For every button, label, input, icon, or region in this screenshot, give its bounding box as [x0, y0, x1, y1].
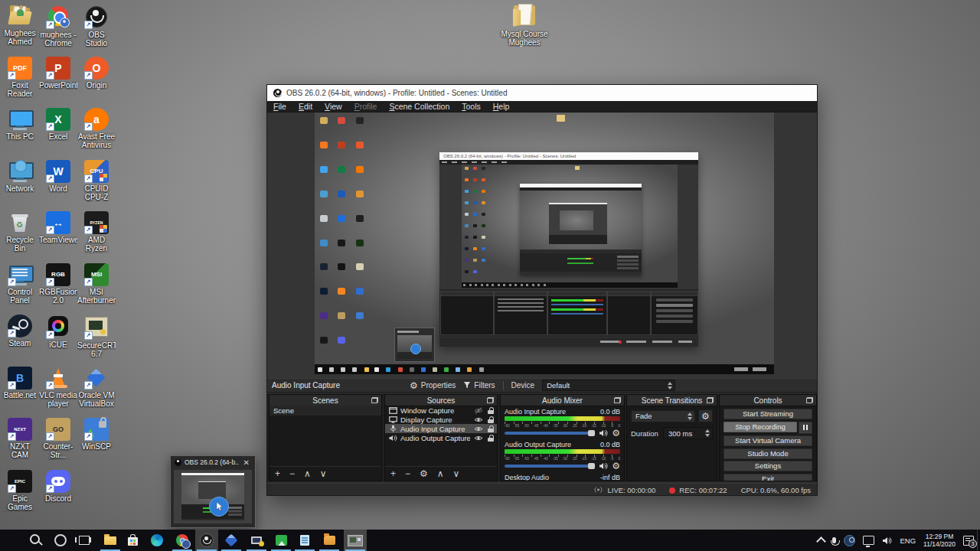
visibility-eye-icon[interactable]: [473, 416, 483, 423]
popup-thumbnail[interactable]: [174, 470, 252, 523]
speaker-icon[interactable]: [599, 426, 608, 440]
desktop-icon-battle-net[interactable]: B↗Battle.net: [1, 367, 39, 399]
transition-select[interactable]: Fade: [631, 410, 695, 422]
popout-icon[interactable]: [371, 397, 378, 403]
properties-button[interactable]: ⚙ Properties: [410, 381, 456, 390]
desktop-icon-mysql-course-folder[interactable]: Mysql Course Mughees: [497, 4, 552, 47]
remove-icon[interactable]: −: [405, 469, 410, 478]
clock[interactable]: 12:29 PM 11/14/2020: [923, 533, 956, 548]
device-select[interactable]: Default: [542, 380, 675, 391]
lock-icon[interactable]: [488, 416, 494, 423]
up-icon[interactable]: ∧: [437, 469, 444, 478]
desktop-icon-cpu-z[interactable]: CPU↗CPUID CPU-Z Aorus: [77, 160, 116, 202]
taskbar-icon-task-view[interactable]: [73, 530, 96, 551]
control-stop-recording-button[interactable]: Stop Recording: [724, 422, 797, 432]
desktop-icon-icue[interactable]: ↗iCUE: [39, 315, 77, 349]
show-hidden-icons-chevron[interactable]: [817, 536, 827, 546]
desktop-icon-virtualbox[interactable]: ↗Oracle VM VirtualBox: [77, 367, 116, 408]
show-desktop-button[interactable]: [977, 530, 980, 551]
taskbar-icon-virtualbox[interactable]: [220, 530, 243, 551]
menu-edit[interactable]: Edit: [292, 101, 318, 112]
pause-recording-button[interactable]: [799, 422, 812, 434]
desktop-icon-csgo[interactable]: GO↗Counter-Str... Global Offe...: [39, 418, 77, 460]
desktop-icon-powerpoint[interactable]: P↗PowerPoint: [39, 57, 77, 90]
spinner-icon[interactable]: [702, 429, 712, 437]
taskbar-icon-cortana[interactable]: [49, 530, 72, 551]
desktop-icon-mughees-chrome[interactable]: ↗mughees - Chrome: [39, 5, 77, 47]
desktop-icon-discord[interactable]: ↗Discord: [39, 470, 77, 503]
display-tray-icon[interactable]: [863, 536, 874, 545]
lock-icon[interactable]: [488, 407, 494, 414]
close-icon[interactable]: ✕: [242, 458, 251, 467]
add-icon[interactable]: +: [390, 469, 396, 478]
lock-icon[interactable]: [488, 425, 494, 432]
source-row-audio-input-capture[interactable]: Audio Input Capture: [385, 424, 497, 433]
menu-tools[interactable]: Tools: [456, 101, 487, 112]
microphone-tray-icon[interactable]: [832, 537, 836, 543]
control-studio-mode-button[interactable]: Studio Mode: [724, 448, 812, 459]
remove-icon[interactable]: −: [289, 469, 295, 478]
spinner-icon[interactable]: [665, 382, 675, 390]
popout-icon[interactable]: [614, 397, 621, 403]
taskbar-icon-obs-studio[interactable]: [195, 530, 218, 551]
add-icon[interactable]: +: [275, 469, 280, 478]
desktop-icon-ryzen-master[interactable]: RYZEN↗AMD Ryzen Master: [77, 211, 116, 253]
desktop-icon-rgbfusion[interactable]: RGB↗RGBFusion 2.0: [39, 263, 77, 305]
up-icon[interactable]: ∧: [304, 469, 311, 478]
desktop-icon-excel[interactable]: X↗Excel: [39, 108, 77, 141]
lock-icon[interactable]: [488, 435, 494, 442]
speaker-tray-icon[interactable]: [882, 536, 892, 545]
desktop-icon-securecrt[interactable]: ↗SecureCRT 6.7: [77, 315, 116, 358]
desktop-icon-recycle-bin[interactable]: ♻Recycle Bin: [1, 211, 39, 253]
desktop-icon-origin[interactable]: O↗Origin: [77, 57, 116, 90]
desktop-icon-steam[interactable]: ↗Steam: [1, 315, 39, 347]
volume-slider[interactable]: [505, 432, 595, 435]
control-start-streaming-button[interactable]: Start Streaming: [724, 409, 812, 419]
popout-icon[interactable]: [487, 397, 494, 403]
taskbar-icon-search[interactable]: [24, 530, 47, 551]
filters-button[interactable]: Filters: [463, 381, 495, 390]
control-settings-button[interactable]: Settings: [724, 461, 812, 471]
obs-preview-area[interactable]: OBS 26.0.2 (64-bit, windows) - Profile: …: [267, 112, 818, 378]
obs-titlebar[interactable]: OBS 26.0.2 (64-bit, windows) - Profile: …: [267, 85, 817, 101]
source-row-display-capture[interactable]: Display Capture: [385, 415, 497, 424]
desktop-icon-this-pc[interactable]: This PC: [1, 108, 39, 141]
desktop-icon-winscp[interactable]: ↗WinSCP: [77, 418, 116, 451]
menu-help[interactable]: Help: [487, 101, 516, 112]
desktop-icon-teamviewer[interactable]: ↔↗TeamViewer: [39, 211, 77, 244]
taskbar-icon-securecrt[interactable]: [245, 530, 268, 551]
taskbar-icon-start[interactable]: [0, 530, 22, 551]
properties-icon[interactable]: ⚙: [420, 469, 428, 478]
menu-file[interactable]: File: [267, 101, 292, 112]
down-icon[interactable]: ∨: [453, 469, 460, 478]
desktop-icon-mughees-ahmed[interactable]: Mughees Ahmed: [1, 5, 39, 46]
taskbar-icon-chrome[interactable]: [171, 530, 194, 551]
desktop-icon-foxit-reader[interactable]: PDF↗Foxit Reader: [1, 57, 39, 98]
visibility-eye-icon[interactable]: [473, 425, 483, 432]
slider-handle[interactable]: [588, 430, 595, 436]
visibility-eye-icon[interactable]: [473, 407, 483, 414]
spinner-icon[interactable]: [684, 412, 694, 420]
desktop-icon-avast[interactable]: a↗Avast Free Antivirus: [77, 108, 116, 149]
menu-view[interactable]: View: [318, 101, 348, 112]
duration-input[interactable]: 300 ms: [663, 427, 713, 439]
popout-icon[interactable]: [806, 397, 813, 403]
menu-scene-collection[interactable]: Scene Collection: [383, 101, 456, 112]
desktop-icon-epic-games[interactable]: EPIC↗Epic Games Launcher: [1, 470, 39, 512]
scene-list-item[interactable]: Scene: [270, 406, 381, 416]
down-icon[interactable]: ∨: [320, 469, 327, 478]
slider-handle[interactable]: [588, 463, 595, 469]
control-start-virtual-camera-button[interactable]: Start Virtual Camera: [724, 435, 812, 446]
visibility-eye-icon[interactable]: [473, 435, 483, 442]
transition-settings-button[interactable]: ⚙: [698, 409, 713, 422]
gear-icon[interactable]: ⚙: [612, 461, 620, 471]
source-row-audio-output-capture[interactable]: Audio Output Capture: [385, 433, 497, 442]
taskbar-icon-notes-app[interactable]: [293, 530, 316, 551]
steam-tray-icon[interactable]: [844, 535, 855, 546]
desktop-icon-msi-afterburner[interactable]: MSI↗MSI Afterburner: [77, 263, 116, 305]
language-indicator[interactable]: ENG: [900, 536, 916, 545]
volume-slider[interactable]: [505, 465, 595, 468]
desktop-icon-nzxt-cam[interactable]: NZXT↗NZXT CAM: [1, 418, 39, 459]
speaker-icon[interactable]: [599, 459, 608, 473]
menu-profile[interactable]: Profile: [348, 101, 384, 112]
